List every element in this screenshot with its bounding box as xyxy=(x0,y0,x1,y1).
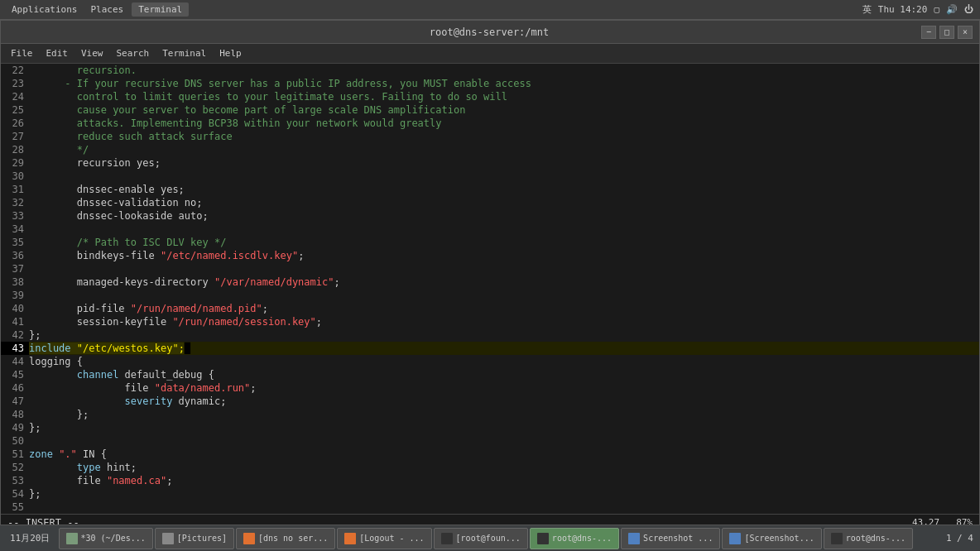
terminal-menu[interactable]: Terminal xyxy=(132,2,189,17)
file-menu[interactable]: File xyxy=(4,46,40,60)
line-number: 30 xyxy=(1,170,29,183)
taskbar-item-icon xyxy=(729,533,741,544)
taskbar-item-label: [Pictures] xyxy=(177,534,227,543)
code-area: 22 recursion.23 - If your recursive DNS … xyxy=(1,64,979,514)
edit-menu[interactable]: Edit xyxy=(40,46,75,60)
terminal-window: root@dns-server:/mnt − □ × File Edit Vie… xyxy=(0,20,980,531)
code-line: 30 xyxy=(1,170,979,183)
system-bar: Applications Places Terminal 英 Thu 14:20… xyxy=(0,0,980,20)
code-line: 34 xyxy=(1,223,979,236)
help-menu[interactable]: Help xyxy=(213,46,248,60)
code-line: 37 xyxy=(1,262,979,276)
taskbar-item[interactable]: [dns no ser... xyxy=(236,528,335,549)
taskbar-pagination: 1 / 4 xyxy=(943,533,977,544)
line-content: zone "." IN { xyxy=(29,448,107,461)
line-content: file "data/named.run"; xyxy=(29,381,257,395)
line-number: 35 xyxy=(1,236,29,249)
line-number: 40 xyxy=(1,302,29,315)
line-number: 49 xyxy=(1,421,29,434)
taskbar-item-icon xyxy=(628,533,640,544)
line-number: 24 xyxy=(1,90,29,103)
code-line: 45 channel default_debug { xyxy=(1,368,979,381)
line-number: 44 xyxy=(1,355,29,368)
code-line: 40 pid-file "/run/named/named.pid"; xyxy=(1,302,979,315)
view-menu[interactable]: View xyxy=(74,46,110,60)
line-number: 47 xyxy=(1,395,29,408)
line-number: 45 xyxy=(1,368,29,381)
taskbar-item[interactable]: [Logout - ... xyxy=(337,528,431,549)
line-content: include "/etc/westos.key";█ xyxy=(29,342,190,355)
volume-icon: 🔊 xyxy=(946,4,958,15)
code-line: 54}; xyxy=(1,487,979,501)
line-content: - If your recursive DNS server has a pub… xyxy=(29,77,531,90)
line-number: 25 xyxy=(1,103,29,117)
line-content: reduce such attack surface xyxy=(29,130,233,143)
line-number: 50 xyxy=(1,434,29,448)
line-number: 34 xyxy=(1,223,29,236)
applications-menu[interactable]: Applications xyxy=(7,4,82,15)
code-line: 25 cause your server to become part of l… xyxy=(1,103,979,117)
line-content: channel default_debug { xyxy=(29,368,214,381)
line-number: 31 xyxy=(1,183,29,196)
taskbar-item-icon xyxy=(66,533,78,544)
code-line: 41 session-keyfile "/run/named/session.k… xyxy=(1,315,979,328)
taskbar-item[interactable]: Screenshot ... xyxy=(621,528,720,549)
close-button[interactable]: × xyxy=(958,26,973,39)
terminal-title: root@dns-server:/mnt xyxy=(57,26,921,38)
code-line: 53 file "named.ca"; xyxy=(1,474,979,487)
code-line: 23 - If your recursive DNS server has a … xyxy=(1,77,979,90)
line-content: dnssec-enable yes; xyxy=(29,183,185,196)
taskbar-item[interactable]: [Pictures] xyxy=(155,528,234,549)
line-number: 46 xyxy=(1,381,29,395)
taskbar-item-icon xyxy=(537,533,549,544)
taskbar-item[interactable]: [root@foun... xyxy=(434,528,528,549)
taskbar-item-label: root@dns-... xyxy=(846,534,906,543)
maximize-button[interactable]: □ xyxy=(939,26,954,39)
taskbar-item-label: [root@foun... xyxy=(456,534,521,543)
line-content: }; xyxy=(29,421,41,434)
search-menu[interactable]: Search xyxy=(110,46,156,60)
code-line: 31 dnssec-enable yes; xyxy=(1,183,979,196)
line-content: dnssec-validation no; xyxy=(29,196,203,209)
line-number: 22 xyxy=(1,64,29,77)
terminal-menu-item[interactable]: Terminal xyxy=(156,46,213,60)
code-line: 27 reduce such attack surface xyxy=(1,130,979,143)
line-number: 36 xyxy=(1,249,29,262)
line-number: 32 xyxy=(1,196,29,209)
taskbar-item[interactable]: *30 (~/Des... xyxy=(59,528,153,549)
line-number: 26 xyxy=(1,117,29,130)
line-content: cause your server to become part of larg… xyxy=(29,103,465,117)
places-menu[interactable]: Places xyxy=(85,4,128,15)
line-number: 29 xyxy=(1,156,29,170)
taskbar-item-icon xyxy=(441,533,453,544)
line-number: 42 xyxy=(1,328,29,342)
line-number: 52 xyxy=(1,461,29,474)
line-number: 54 xyxy=(1,487,29,501)
code-line: 50 xyxy=(1,434,979,448)
code-line: 47 severity dynamic; xyxy=(1,395,979,408)
line-content: pid-file "/run/named/named.pid"; xyxy=(29,302,268,315)
line-content: type hint; xyxy=(29,461,137,474)
taskbar-item-icon xyxy=(831,533,843,544)
code-line: 28 */ xyxy=(1,143,979,156)
taskbar-item-icon xyxy=(243,533,255,544)
line-content: dnssec-lookaside auto; xyxy=(29,209,209,223)
code-line: 52 type hint; xyxy=(1,461,979,474)
code-line: 24 control to limit queries to your legi… xyxy=(1,90,979,103)
line-number: 33 xyxy=(1,209,29,223)
code-line: 43include "/etc/westos.key";█ xyxy=(1,342,979,355)
code-line: 49}; xyxy=(1,421,979,434)
line-content: severity dynamic; xyxy=(29,395,226,408)
screen-icon: ▢ xyxy=(934,4,939,15)
taskbar-item[interactable]: [Screenshot... xyxy=(722,528,821,549)
minimize-button[interactable]: − xyxy=(921,26,936,39)
line-content: attacks. Implementing BCP38 within your … xyxy=(29,117,442,130)
line-number: 38 xyxy=(1,276,29,289)
line-number: 28 xyxy=(1,143,29,156)
code-line: 44logging { xyxy=(1,355,979,368)
line-content: /* Path to ISC DLV key */ xyxy=(29,236,226,249)
taskbar-item[interactable]: root@dns-... xyxy=(530,528,619,549)
taskbar-item[interactable]: root@dns-... xyxy=(824,528,913,549)
taskbar-item-label: [Screenshot... xyxy=(744,534,814,543)
line-number: 37 xyxy=(1,262,29,276)
